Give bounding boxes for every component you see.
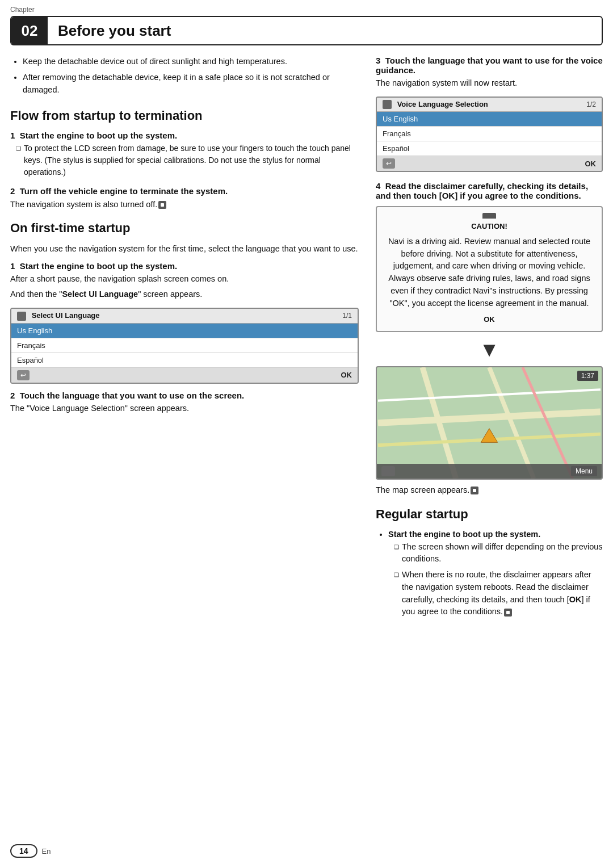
chapter-number: 02 (11, 17, 48, 44)
voice-lang-header-left: Voice Language Selection (383, 100, 488, 110)
flow-section-title: Flow from startup to termination (10, 108, 359, 123)
voice-row-1[interactable]: Français (377, 127, 602, 141)
voice-language-widget: Voice Language Selection 1/2 Us English … (376, 97, 603, 173)
regular-startup-title: Regular startup (376, 507, 603, 522)
regular-startup-bullets: Start the engine to boot up the system. … (376, 529, 603, 618)
flow-step1-bullets: To protect the LCD screen from damage, b… (10, 142, 359, 178)
flow-step1-number: 1 (10, 131, 15, 140)
map-camera-icon (381, 466, 395, 476)
map-screen: 1:37 Menu (376, 366, 603, 480)
voice-ok-button[interactable]: OK (585, 160, 597, 168)
first-time-title: On first-time startup (10, 221, 359, 236)
top-bullets: Keep the detachable device out of direct… (10, 56, 359, 96)
right-step3-body: The navigation system will now restart. (376, 77, 603, 90)
screen-row-2[interactable]: Español (11, 353, 358, 368)
screen-ok-button[interactable]: OK (341, 371, 352, 379)
voice-lang-footer: ↩ OK (377, 156, 602, 171)
regular-startup-sub-bullets: The screen shown will differ depending o… (388, 541, 603, 619)
stop-icon-2 (158, 201, 166, 209)
screen-header-left: Select UI Language (17, 311, 100, 321)
regular-sub-bullet-1: The screen shown will differ depending o… (394, 541, 603, 566)
regular-startup-section: Regular startup Start the engine to boot… (376, 507, 603, 619)
flow-step1-heading: 1 Start the engine to boot up the system… (10, 131, 359, 140)
page-lang: En (42, 847, 51, 856)
first-time-step2-body: The "Voice Language Selection" screen ap… (10, 402, 359, 415)
screen-header-select-ui: Select UI Language 1/1 (11, 309, 358, 324)
right-step4: 4 Read the disclaimer carefully, checkin… (376, 181, 603, 496)
screen-footer-select-ui: ↩ OK (11, 368, 358, 383)
voice-lang-icon (383, 100, 392, 109)
select-ui-language-widget: Select UI Language 1/1 Us English França… (10, 308, 359, 384)
screen-row-0[interactable]: Us English (11, 324, 358, 338)
arrow-down-icon: ▼ (376, 338, 603, 362)
voice-lang-page-num: 1/2 (586, 100, 596, 108)
stop-icon-3 (471, 487, 478, 494)
regular-sub-bullet-2: When there is no route, the disclaimer a… (394, 569, 603, 618)
first-time-step1-heading: 1 Start the engine to boot up the system… (10, 261, 359, 271)
caution-icon-bar (482, 213, 496, 219)
page-footer: 14 En (10, 844, 51, 858)
first-time-step2-heading: 2 Touch the language that you want to us… (10, 391, 359, 400)
caution-title: CAUTION! (385, 221, 594, 232)
right-column: 3 Touch the language that you want to us… (376, 56, 603, 622)
first-time-intro: When you use the navigation system for t… (10, 243, 359, 255)
right-step3-heading: 3 Touch the language that you want to us… (376, 56, 603, 75)
flow-step2-heading: 2 Turn off the vehicle engine to termina… (10, 186, 359, 196)
voice-row-0[interactable]: Us English (377, 112, 602, 127)
first-time-step2: 2 Touch the language that you want to us… (10, 391, 359, 415)
screen-row-1[interactable]: Français (11, 338, 358, 353)
flow-section: Flow from startup to termination 1 Start… (10, 108, 359, 211)
caution-ok[interactable]: OK (385, 314, 594, 325)
chapter-title: Before you start (48, 22, 171, 40)
first-time-section: On first-time startup When you use the n… (10, 221, 359, 414)
map-time-badge: 1:37 (577, 371, 598, 381)
select-ui-page-num: 1/1 (342, 312, 352, 320)
voice-lang-header: Voice Language Selection 1/2 (377, 98, 602, 112)
map-menu-button[interactable]: Menu (571, 466, 597, 476)
caution-body: Navi is a driving aid. Review manual and… (385, 236, 594, 310)
voice-row-2[interactable]: Español (377, 141, 602, 156)
chapter-label: Chapter (10, 6, 35, 14)
first-time-step1: 1 Start the engine to boot up the system… (10, 261, 359, 301)
flow-step2: 2 Turn off the vehicle engine to termina… (10, 186, 359, 211)
content-area: Keep the detachable device out of direct… (10, 56, 603, 622)
flow-step2-body: The navigation system is also turned off… (10, 199, 359, 211)
stop-icon-4 (504, 609, 512, 617)
map-roads-svg (377, 367, 602, 479)
left-column: Keep the detachable device out of direct… (10, 56, 359, 622)
chapter-header: 02 Before you start (10, 16, 603, 45)
right-step3: 3 Touch the language that you want to us… (376, 56, 603, 172)
first-time-step1-body2: And then the "Select UI Language" screen… (10, 288, 359, 301)
flow-step1-bullet-1: To protect the LCD screen from damage, b… (16, 142, 359, 178)
right-step4-heading: 4 Read the disclaimer carefully, checkin… (376, 181, 603, 200)
map-note: The map screen appears. (376, 484, 603, 497)
regular-startup-bullet-main: Start the engine to boot up the system. … (388, 529, 603, 618)
page-number: 14 (10, 844, 37, 858)
screen-back-button[interactable]: ↩ (17, 370, 30, 380)
first-time-step1-body1: After a short pause, the navigation spla… (10, 273, 359, 286)
map-footer: Menu (377, 464, 602, 479)
bullet-item-1: Keep the detachable device out of direct… (23, 56, 359, 68)
bullet-item-2: After removing the detachable device, ke… (23, 72, 359, 97)
screen-header-icon (17, 312, 26, 321)
voice-back-button[interactable]: ↩ (383, 158, 395, 169)
caution-box: CAUTION! Navi is a driving aid. Review m… (376, 206, 603, 332)
